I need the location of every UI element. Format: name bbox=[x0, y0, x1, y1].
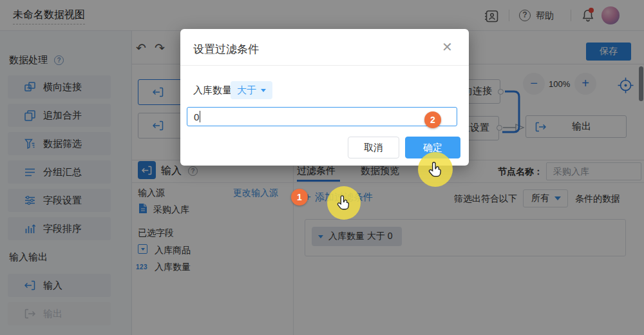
input-value: 0 bbox=[194, 111, 199, 122]
hand-pointer-icon bbox=[428, 161, 444, 178]
dialog-title: 设置过滤条件 bbox=[193, 42, 259, 57]
close-icon[interactable]: ✕ bbox=[442, 39, 453, 55]
step-badge-2: 2 bbox=[424, 111, 441, 128]
dialog-divider bbox=[180, 65, 469, 66]
app-root: 未命名数据视图 ? 帮助 数据处理 ? 横向连接 追加合并 数据筛选 分组汇总 … bbox=[0, 0, 644, 335]
dialog-field-label: 入库数量 bbox=[193, 84, 232, 97]
set-filter-dialog: 设置过滤条件 ✕ 入库数量 大于 0 取消 确定 bbox=[180, 29, 469, 166]
operator-dropdown[interactable]: 大于 bbox=[231, 81, 272, 99]
text-caret bbox=[200, 111, 200, 122]
tutorial-cursor-2 bbox=[418, 152, 453, 187]
step-badge-1: 1 bbox=[291, 189, 308, 206]
operator-value: 大于 bbox=[237, 84, 256, 97]
filter-value-input[interactable]: 0 bbox=[187, 107, 457, 126]
cancel-button[interactable]: 取消 bbox=[348, 137, 399, 158]
tutorial-cursor-1 bbox=[327, 186, 361, 220]
hand-pointer-icon bbox=[336, 195, 352, 211]
chevron-down-icon bbox=[261, 89, 266, 92]
